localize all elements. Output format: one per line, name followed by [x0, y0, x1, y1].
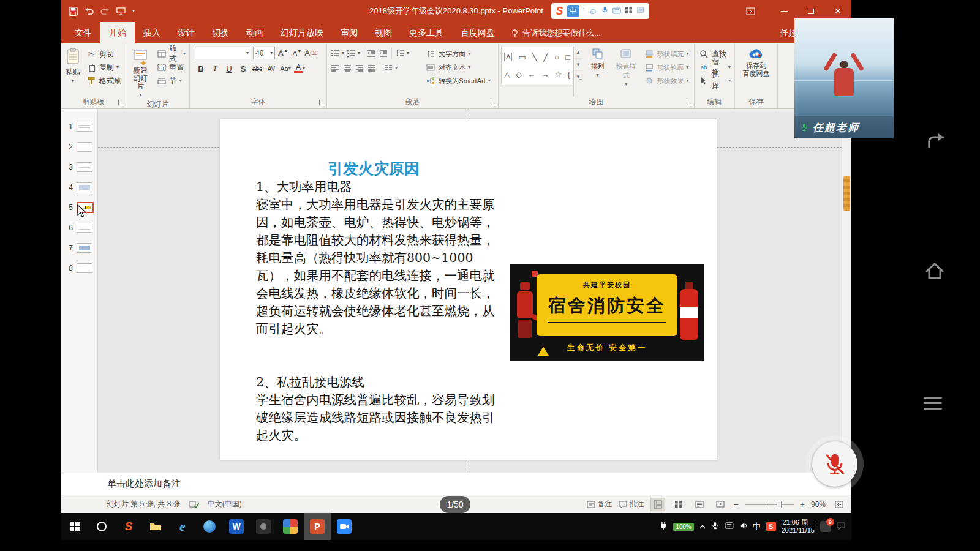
tab-view[interactable]: 视图: [366, 22, 401, 43]
ime-punctuation-icon[interactable]: ’: [583, 5, 585, 17]
zoom-slider-handle[interactable]: [777, 501, 782, 508]
start-button[interactable]: [61, 513, 88, 540]
internet-explorer-button[interactable]: e: [169, 513, 196, 540]
tab-insert[interactable]: 插入: [135, 22, 169, 43]
shape-diamond-icon[interactable]: ◇: [516, 70, 522, 79]
fit-to-window-button[interactable]: [832, 498, 846, 511]
shape-arrow-left-icon[interactable]: ←: [527, 70, 535, 79]
slideshow-view-button[interactable]: [713, 498, 728, 511]
justify-icon[interactable]: [366, 62, 377, 73]
teacher-webcam-window[interactable]: 任超老师: [794, 18, 894, 138]
app-button-dark[interactable]: [250, 513, 277, 540]
customize-qat-caret-icon[interactable]: ▾: [132, 9, 135, 13]
font-name-combo[interactable]: ▾: [195, 47, 251, 59]
file-explorer-button[interactable]: [142, 513, 169, 540]
shapes-gallery[interactable]: A ▭ ╲ ╱ ○ □ △ ◇ ← →: [501, 47, 573, 84]
align-left-icon[interactable]: [330, 62, 341, 73]
quick-styles-button[interactable]: 快速样式▾: [612, 47, 640, 96]
strikethrough-button[interactable]: abc: [251, 62, 263, 75]
language-indicator[interactable]: 中文(中国): [208, 499, 242, 509]
shape-line-icon[interactable]: ╲: [532, 53, 537, 62]
shape-fill-button[interactable]: 形状填充▾: [643, 48, 692, 60]
columns-icon[interactable]: [383, 62, 394, 73]
italic-button[interactable]: I: [209, 62, 221, 75]
ribbon-display-options-icon[interactable]: [739, 0, 762, 22]
dialog-launcher-icon[interactable]: [118, 100, 124, 105]
shape-arrow-right-icon[interactable]: →: [541, 70, 549, 79]
slide-thumbnail-7[interactable]: 7: [61, 238, 97, 258]
normal-view-button[interactable]: [650, 498, 665, 511]
tray-keyboard-icon[interactable]: [725, 522, 734, 531]
notes-pane[interactable]: 单击此处添加备注: [61, 473, 851, 495]
power-plug-icon[interactable]: [659, 522, 668, 532]
redo-icon[interactable]: [100, 7, 110, 15]
ime-toolbar[interactable]: S 中 ’ ☺: [551, 3, 649, 19]
tray-ime-mode[interactable]: 中: [753, 521, 761, 532]
shape-triangle-icon[interactable]: △: [504, 70, 510, 79]
tell-me-box[interactable]: 告诉我您想要做什么...: [503, 22, 608, 43]
bold-button[interactable]: B: [195, 62, 207, 75]
layout-button[interactable]: 版式▾: [155, 48, 187, 60]
fire-safety-poster-image[interactable]: 共建平安校园 宿舍消防安全 生命无价 安全第一: [510, 264, 704, 361]
save-to-netdisk-button[interactable]: 保存到 百度网盘: [741, 47, 772, 96]
slide-thumbnail-2[interactable]: 2: [61, 137, 97, 157]
app-button-colorful[interactable]: [277, 513, 304, 540]
shape-star-icon[interactable]: ☆: [555, 70, 562, 79]
notes-toggle[interactable]: 备注: [587, 499, 612, 509]
ime-keyboard-icon[interactable]: [612, 5, 621, 17]
back-button[interactable]: [923, 130, 948, 157]
shape-outline-button[interactable]: 形状轮廓▾: [643, 61, 692, 73]
slide-thumbnail-6[interactable]: 6: [61, 217, 97, 238]
section-button[interactable]: 节▾: [155, 75, 187, 87]
comments-toggle[interactable]: 批注: [619, 499, 644, 509]
copy-button[interactable]: 复制▾: [85, 61, 123, 73]
vertical-scrollbar[interactable]: ▲ ▼: [842, 109, 851, 473]
text-shadow-button[interactable]: S: [237, 62, 249, 75]
ime-skin-icon[interactable]: [625, 5, 633, 17]
slide-title-text[interactable]: 引发火灾原因: [245, 159, 502, 179]
shape-textbox-icon[interactable]: A: [504, 53, 512, 61]
zoom-level[interactable]: 90%: [811, 500, 826, 509]
gallery-down-icon[interactable]: ▼: [574, 59, 582, 71]
tray-mic-icon[interactable]: [711, 522, 719, 531]
slide-editing-surface[interactable]: 引发火灾原因 1、大功率用电器 寝室中，大功率用电器是引发火灾的主要原因，如电茶…: [221, 119, 717, 460]
tray-expand-icon[interactable]: [699, 522, 706, 531]
tab-more-tools[interactable]: 更多工具: [401, 22, 452, 43]
meeting-app-button[interactable]: [331, 513, 358, 540]
battery-indicator[interactable]: 100%: [673, 523, 694, 531]
align-text-button[interactable]: 对齐文本▾: [424, 61, 496, 73]
decrease-indent-icon[interactable]: [366, 48, 377, 59]
shape-line2-icon[interactable]: ╱: [543, 53, 548, 62]
slide-thumbnail-3[interactable]: 3: [61, 157, 97, 177]
slide-thumbnail-4[interactable]: 4: [61, 177, 97, 197]
line-spacing-icon[interactable]: [394, 48, 405, 59]
spellcheck-icon[interactable]: [189, 500, 199, 509]
tab-file[interactable]: 文件: [66, 22, 100, 43]
action-center-icon[interactable]: [837, 522, 845, 532]
search-button[interactable]: [88, 513, 115, 540]
tray-speaker-icon[interactable]: [739, 522, 747, 531]
tab-animations[interactable]: 动画: [238, 22, 272, 43]
ime-emoji-icon[interactable]: ☺: [589, 5, 597, 17]
format-painter-button[interactable]: 格式刷: [85, 75, 123, 87]
save-icon[interactable]: [69, 7, 78, 16]
zoom-in-button[interactable]: +: [800, 500, 805, 509]
paste-button[interactable]: 粘贴▾: [64, 47, 82, 96]
browser-app-button[interactable]: [196, 513, 223, 540]
shape-circle-icon[interactable]: ○: [554, 53, 559, 62]
tray-app-with-badge[interactable]: 9: [820, 521, 831, 532]
start-slideshow-icon[interactable]: [116, 7, 126, 15]
align-right-icon[interactable]: [354, 62, 365, 73]
zoom-out-button[interactable]: −: [734, 500, 739, 509]
shape-brace-icon[interactable]: {: [568, 70, 570, 79]
slide-thumbnail-5[interactable]: 5: [61, 197, 97, 217]
shrink-font-button[interactable]: A▼: [291, 47, 303, 59]
text-direction-button[interactable]: 文字方向▾: [424, 48, 496, 60]
sogou-logo-icon[interactable]: S: [556, 5, 564, 18]
reading-view-button[interactable]: [692, 498, 707, 511]
character-spacing-button[interactable]: AV: [265, 62, 277, 75]
tab-review[interactable]: 审阅: [332, 22, 366, 43]
arrange-button[interactable]: 排列▾: [585, 47, 610, 96]
select-button[interactable]: 选择▾: [697, 75, 732, 87]
word-app-button[interactable]: W: [223, 513, 250, 540]
